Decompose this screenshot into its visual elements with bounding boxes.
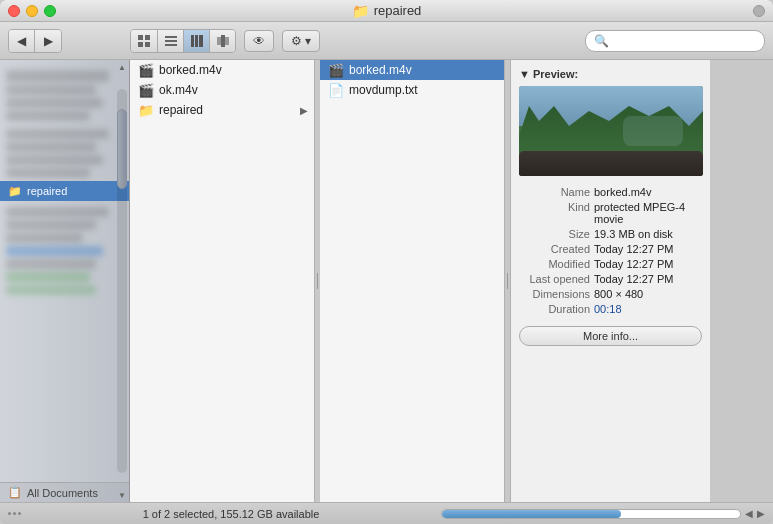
forward-button[interactable]: ▶ [35, 30, 61, 52]
meta-dimensions: Dimensions 800 × 480 [519, 288, 702, 300]
meta-last-opened-label: Last opened [519, 273, 594, 285]
column-view-button[interactable] [183, 30, 209, 52]
meta-last-opened: Last opened Today 12:27 PM [519, 273, 702, 285]
meta-last-opened-value: Today 12:27 PM [594, 273, 674, 285]
file-name-borked-col2: borked.m4v [349, 63, 412, 77]
folder-icon-repaired: 📁 [138, 103, 154, 118]
selected-folder-icon: 📁 [8, 185, 22, 198]
file-item-ok-m4v[interactable]: 🎬 ok.m4v [130, 80, 314, 100]
col-resize-line-2 [507, 273, 508, 289]
eye-icon: 👁 [253, 34, 265, 48]
meta-created-label: Created [519, 243, 594, 255]
sidebar-blurred-14 [6, 272, 90, 282]
list-view-icon [164, 34, 178, 48]
file-name-borked-col1: borked.m4v [159, 63, 222, 77]
column-1-items: 🎬 borked.m4v 🎬 ok.m4v 📁 repaired ▶ [130, 60, 314, 502]
title-folder-icon: 📁 [352, 3, 369, 19]
meta-kind: Kind protected MPEG-4 movie [519, 201, 702, 225]
resize-dot-2 [13, 512, 16, 515]
scroll-left-icon[interactable]: ◀ [745, 508, 753, 519]
sidebar-blurred-1 [6, 70, 109, 82]
scroll-down-button[interactable]: ▼ [115, 488, 129, 502]
meta-name-label: Name [519, 186, 594, 198]
meta-dimensions-label: Dimensions [519, 288, 594, 300]
svg-rect-0 [138, 35, 143, 40]
sidebar: 📁 repaired ▲ ▼ 📋 All Documents [0, 60, 130, 502]
svg-rect-4 [165, 36, 177, 38]
resize-indicator [8, 512, 21, 515]
metadata-table: Name borked.m4v Kind protected MPEG-4 mo… [519, 186, 702, 315]
sidebar-blurred-13 [6, 259, 96, 269]
progress-bar [441, 509, 741, 519]
video-file-icon-1: 🎬 [138, 63, 154, 78]
svg-rect-7 [191, 35, 194, 47]
icon-view-icon [137, 34, 151, 48]
scroll-up-button[interactable]: ▲ [115, 60, 129, 74]
more-info-button[interactable]: More info... [519, 326, 702, 346]
file-item-movdump[interactable]: 📄 movdump.txt [320, 80, 504, 100]
coverflow-view-icon [216, 34, 230, 48]
col-resize-line-1 [317, 273, 318, 289]
sidebar-blurred-4 [6, 111, 90, 121]
minimize-button[interactable] [26, 5, 38, 17]
search-box[interactable]: 🔍 [585, 30, 765, 52]
close-button[interactable] [8, 5, 20, 17]
column-1: 🎬 borked.m4v 🎬 ok.m4v 📁 repaired ▶ [130, 60, 315, 502]
meta-created-value: Today 12:27 PM [594, 243, 674, 255]
maximize-button[interactable] [44, 5, 56, 17]
action-button[interactable]: ⚙ ▾ [282, 30, 320, 52]
sidebar-blurred-11 [6, 233, 83, 243]
traffic-lights [8, 5, 56, 17]
status-bar: 1 of 2 selected, 155.12 GB available ◀ ▶ [0, 502, 773, 524]
meta-size-label: Size [519, 228, 594, 240]
back-button[interactable]: ◀ [9, 30, 35, 52]
preview-windshield-area [623, 116, 683, 146]
scroll-right-icon[interactable]: ▶ [757, 508, 765, 519]
column-2: 🎬 borked.m4v 📄 movdump.txt [320, 60, 505, 502]
sidebar-blurred-12 [6, 246, 103, 256]
icon-view-button[interactable] [131, 30, 157, 52]
svg-rect-11 [221, 35, 225, 47]
svg-rect-8 [195, 35, 198, 47]
svg-rect-9 [199, 35, 203, 47]
list-view-button[interactable] [157, 30, 183, 52]
meta-modified-label: Modified [519, 258, 594, 270]
meta-kind-label: Kind [519, 201, 594, 225]
meta-kind-value: protected MPEG-4 movie [594, 201, 702, 225]
sidebar-blurred-2 [6, 85, 96, 95]
file-item-repaired[interactable]: 📁 repaired ▶ [130, 100, 314, 120]
meta-name: Name borked.m4v [519, 186, 702, 198]
sidebar-blurred-5 [6, 129, 109, 139]
preview-dashboard [519, 151, 703, 176]
view-buttons [130, 29, 236, 53]
quicklook-button[interactable]: 👁 [244, 30, 274, 52]
meta-name-value: borked.m4v [594, 186, 651, 198]
coverflow-view-button[interactable] [209, 30, 235, 52]
window-title: 📁 repaired [352, 3, 422, 19]
meta-dimensions-value: 800 × 480 [594, 288, 643, 300]
file-item-borked-m4v-col1[interactable]: 🎬 borked.m4v [130, 60, 314, 80]
resize-dot-1 [8, 512, 11, 515]
action-arrow: ▾ [305, 34, 311, 48]
svg-rect-5 [165, 40, 177, 42]
sidebar-item-selected[interactable]: 📁 repaired [0, 181, 129, 201]
sidebar-blurred-9 [6, 207, 109, 217]
all-documents-item[interactable]: 📋 All Documents [0, 482, 129, 502]
sidebar-blurred-3 [6, 98, 103, 108]
status-right: ◀ ▶ [441, 508, 765, 519]
window-resize-button[interactable] [753, 5, 765, 17]
sidebar-scrollbar[interactable]: ▲ ▼ [115, 60, 129, 502]
main-content: 📁 repaired ▲ ▼ 📋 All Documents [0, 60, 773, 502]
file-item-borked-m4v-col2[interactable]: 🎬 borked.m4v [320, 60, 504, 80]
sidebar-blurred-10 [6, 220, 96, 230]
columns-area: 🎬 borked.m4v 🎬 ok.m4v 📁 repaired ▶ [130, 60, 773, 502]
progress-bar-fill [442, 510, 621, 518]
search-input[interactable] [613, 34, 756, 48]
scrollbar-thumb[interactable] [117, 109, 127, 189]
sidebar-blurred-6 [6, 142, 96, 152]
status-text: 1 of 2 selected, 155.12 GB available [29, 508, 433, 520]
status-label: 1 of 2 selected, 155.12 GB available [143, 508, 320, 520]
preview-title: ▼ Preview: [519, 68, 702, 80]
gear-icon: ⚙ [291, 34, 302, 48]
resize-dot-3 [18, 512, 21, 515]
